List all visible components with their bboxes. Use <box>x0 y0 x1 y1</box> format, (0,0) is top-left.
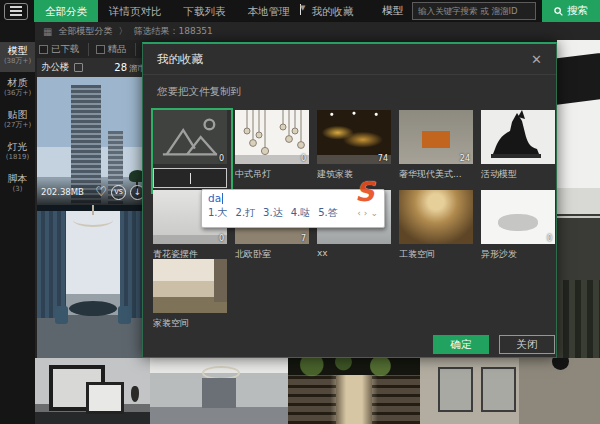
ime-prev-icon[interactable]: ‹ <box>357 208 361 218</box>
filter-premium[interactable]: 精品 <box>96 43 136 56</box>
sidebar-item-label: 脚本 <box>0 172 35 185</box>
model-thumbnail-dining-room[interactable] <box>37 205 149 358</box>
model-thumbnail-sofa[interactable] <box>557 40 600 188</box>
model-thumbnail-bathroom[interactable] <box>420 358 600 424</box>
breadcrumb-separator: 〉 <box>118 25 127 38</box>
model-title: 办公楼 <box>41 61 70 74</box>
sofa-shape <box>498 214 538 231</box>
rail-shape <box>557 216 600 218</box>
orange-table-shape <box>422 131 450 148</box>
folder-name: 异形沙发 <box>481 248 555 261</box>
favorite-heart-icon[interactable]: ♡ <box>95 185 107 199</box>
folder-name: 家装空间 <box>153 317 227 330</box>
sidebar-item-count: (38万+) <box>0 57 35 66</box>
model-thumbnail-rail[interactable] <box>557 188 600 280</box>
chevron-down-icon: ▼ <box>300 4 301 15</box>
model-thumbnail-lattice[interactable] <box>557 280 600 358</box>
app-window: 全部分类 详情页对比 下载列表 本地管理 我的收藏 模型 ▼ 搜索 ▦ 全部模型… <box>0 0 600 424</box>
sogou-ime-logo: S <box>355 176 374 207</box>
compare-vs-icon[interactable]: VS <box>111 185 126 200</box>
dialog-header: 我的收藏 ✕ <box>143 44 556 75</box>
model-card-overlay: 202.38MB ♡ VS ↓ <box>37 179 149 205</box>
folder-commercial-space[interactable]: 工装空间 <box>399 190 473 261</box>
tab-local-manage[interactable]: 本地管理 <box>237 0 301 22</box>
search-button[interactable]: 搜索 <box>542 0 600 22</box>
ime-next-icon[interactable]: › <box>364 208 368 218</box>
sidebar-item-label: 贴图 <box>0 108 35 121</box>
my-favorites-dialog: 我的收藏 ✕ 您要把文件复制到 0 <box>142 42 557 358</box>
folder-curved-sofa[interactable]: 0 异形沙发 <box>481 190 555 261</box>
picture-frame-2 <box>86 382 124 414</box>
folder-count: 74 <box>378 154 388 163</box>
sidebar-item-textures[interactable]: 贴图 (27万+) <box>0 106 35 136</box>
category-dropdown[interactable]: 模型 ▼ <box>373 4 412 18</box>
close-icon[interactable]: ✕ <box>531 53 542 66</box>
thumbnail-bottom-bar <box>153 235 227 244</box>
folder-count: 0 <box>547 234 552 243</box>
sidebar-item-lights[interactable]: 灯光 (1819) <box>0 138 35 168</box>
curtain-shape <box>214 259 227 302</box>
folder-count: 24 <box>460 154 470 163</box>
pendant-lamp-shape <box>552 358 569 370</box>
hamburger-menu-icon[interactable] <box>4 3 28 20</box>
sidebar-item-materials[interactable]: 材质 (36万+) <box>0 74 35 104</box>
window-shape <box>202 378 235 408</box>
folder-luxury-modern-american[interactable]: 24 奢华现代美式... <box>399 110 473 181</box>
ime-candidate-1[interactable]: 1.大 <box>208 206 228 220</box>
folder-name: 活动模型 <box>481 168 555 181</box>
new-folder-name-input[interactable] <box>153 168 227 188</box>
top-bar: 全部分类 详情页对比 下载列表 本地管理 我的收藏 模型 ▼ 搜索 <box>0 0 600 22</box>
mirror-shape <box>481 367 516 412</box>
sidebar-item-count: (27万+) <box>0 121 35 130</box>
sidebar-item-label: 模型 <box>0 44 35 57</box>
ime-candidate-3[interactable]: 3.达 <box>263 206 283 220</box>
ime-candidate-4[interactable]: 4.哒 <box>291 206 311 220</box>
chandelier-shape <box>73 213 113 227</box>
folder-count: 0 <box>219 234 224 243</box>
filter-downloaded[interactable]: 已下载 <box>39 43 89 56</box>
folder-thumbnail: 24 <box>399 110 473 164</box>
grid-view-icon[interactable]: ▦ <box>43 26 52 37</box>
dialog-title: 我的收藏 <box>157 52 203 67</box>
model-thumbnail-library[interactable] <box>288 358 420 424</box>
folder-activity-models[interactable]: 活动模型 <box>481 110 555 181</box>
sidebar-item-scripts[interactable]: 脚本 (3) <box>0 170 35 200</box>
folder-architecture-home[interactable]: 74 建筑家装 <box>317 110 391 181</box>
close-button[interactable]: 关闭 <box>499 335 555 354</box>
topbar-right: 模型 ▼ 搜索 <box>373 0 600 22</box>
confirm-button[interactable]: 确定 <box>433 335 489 354</box>
model-thumbnail-living-room[interactable] <box>150 358 288 424</box>
folder-name: xx <box>317 248 391 258</box>
tab-my-favorites[interactable]: 我的收藏 <box>301 0 365 22</box>
tab-all-categories[interactable]: 全部分类 <box>34 0 98 22</box>
folder-thumbnail <box>481 110 555 164</box>
search-input[interactable] <box>412 2 536 20</box>
search-button-label: 搜索 <box>567 4 588 18</box>
sidebar-item-models[interactable]: 模型 (38万+) <box>0 42 35 72</box>
tab-detail-compare[interactable]: 详情页对比 <box>98 0 173 22</box>
ime-nav: ‹ › ⌄ <box>357 208 378 218</box>
mirror-shape <box>438 367 473 412</box>
folder-chinese-chandelier[interactable]: 0 中式吊灯 <box>235 110 309 181</box>
folder-home-space[interactable]: 家装空间 <box>153 259 227 330</box>
sidebar-item-count: (1819) <box>0 153 35 162</box>
breadcrumb-root[interactable]: 全部模型分类 <box>58 25 112 38</box>
file-size: 202.38MB <box>41 187 91 197</box>
model-thumbnail-wall-art[interactable] <box>35 358 150 424</box>
thumbnail-bottom-bar <box>235 155 309 164</box>
folder-new-selected[interactable]: 0 <box>151 108 233 194</box>
folder-name: 北欧卧室 <box>235 248 309 261</box>
curtain-left <box>37 211 66 318</box>
text-caret <box>190 173 191 184</box>
ime-expand-icon[interactable]: ⌄ <box>370 208 378 218</box>
search-icon <box>554 7 563 16</box>
folder-name: 建筑家装 <box>317 168 391 181</box>
ime-candidate-2[interactable]: 2.打 <box>236 206 256 220</box>
model-thumbnail-building[interactable]: 202.38MB ♡ VS ↓ <box>37 77 149 205</box>
checkbox-icon <box>39 45 48 54</box>
tab-download-list[interactable]: 下载列表 <box>173 0 237 22</box>
main-nav-tabs: 全部分类 详情页对比 下载列表 本地管理 我的收藏 <box>34 0 365 22</box>
ime-candidate-5[interactable]: 5.答 <box>318 206 338 220</box>
folder-thumbnail: 74 <box>317 110 391 164</box>
chair-shape <box>118 306 131 324</box>
